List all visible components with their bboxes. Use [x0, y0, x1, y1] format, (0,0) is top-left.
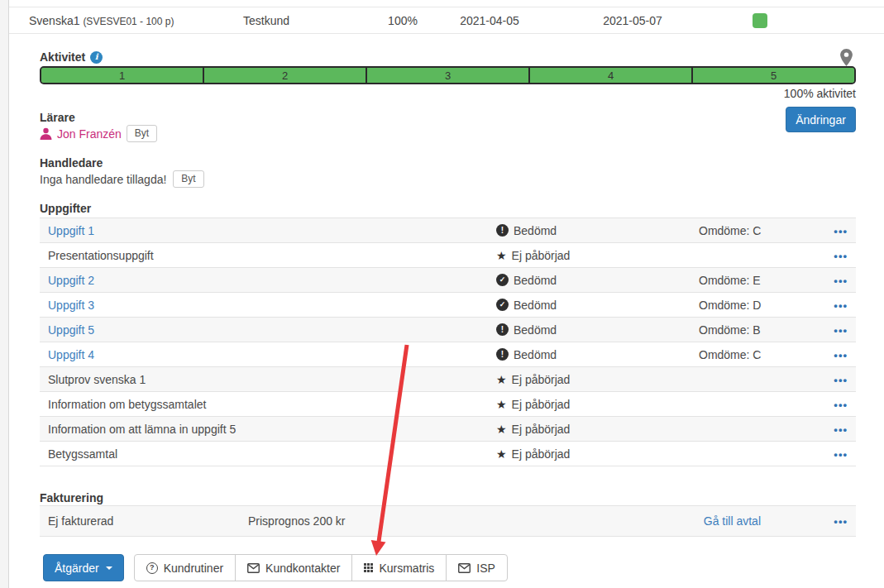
assignment-status: Bedömd [496, 323, 699, 337]
status-icon [496, 224, 509, 237]
course-header-row: Svenska1 (SVESVE01 - 100 p) Testkund 100… [9, 7, 884, 34]
assignment-name: Slutprov svenska 1 [48, 373, 496, 386]
assignment-row: Uppgift 1 Bedömd Omdöme: C [40, 218, 856, 243]
activity-segment: 1 [41, 68, 204, 83]
button-label: ISP [476, 562, 495, 575]
assignment-row: Uppgift 5 Bedömd Omdöme: B [40, 318, 856, 342]
assignment-status: Bedömd [496, 274, 699, 287]
supervisor-row: Inga handledare tillagda! Byt [40, 170, 204, 188]
assignments-table: Uppgift 1 Bedömd Omdöme: C Presentations… [40, 218, 856, 466]
assignment-status: Bedömd [496, 348, 699, 361]
status-icon [496, 348, 509, 361]
ellipsis-menu-icon[interactable] [834, 515, 848, 528]
assignment-row: Uppgift 2 Bedömd Omdöme: E [40, 268, 856, 293]
grade-label: Omdöme: E [699, 274, 819, 287]
status-label: Ej påbörjad [512, 398, 571, 411]
status-icon [496, 398, 507, 411]
go-to-contract-link[interactable]: Gå till avtal [704, 514, 819, 528]
assignment-row: Slutprov svenska 1 Ej påbörjad [40, 367, 856, 392]
billing-status: Ej fakturerad [48, 514, 248, 528]
assignment-row: Information om betygssamtalet Ej påbörja… [40, 392, 856, 417]
page-left-margin [0, 0, 9, 588]
grade-label: Omdöme: C [699, 348, 819, 361]
billing-heading: Fakturering [40, 491, 103, 504]
status-label: Ej påbörjad [512, 447, 571, 461]
assignment-name: Information om att lämna in uppgift 5 [48, 423, 496, 436]
billing-row: Ej fakturerad Prisprognos 200 kr Gå till… [40, 506, 856, 537]
teacher-name-link[interactable]: Jon Franzén [57, 127, 122, 141]
button-icon-slot [146, 562, 158, 574]
activity-label: Aktivitet [40, 50, 85, 64]
button-label: Kundrutiner [164, 562, 223, 575]
question-circle-icon [146, 562, 158, 574]
assignment-row: Presentationsuppgift Ej påbörjad [40, 243, 856, 268]
assignment-name[interactable]: Uppgift 1 [48, 224, 496, 237]
status-label: Ej påbörjad [512, 249, 571, 262]
button-label: Kursmatris [379, 562, 434, 575]
supervisor-empty-text: Inga handledare tillagda! [40, 173, 166, 186]
actions-label: Åtgärder [55, 562, 99, 575]
footer-button-isp[interactable]: ISP [446, 554, 508, 581]
billing-forecast: Prisprognos 200 kr [248, 514, 686, 528]
assignment-name[interactable]: Uppgift 4 [48, 348, 496, 361]
assignment-name: Betygssamtal [48, 447, 496, 461]
teacher-heading: Lärare [40, 111, 75, 124]
ellipsis-menu-icon[interactable] [834, 349, 848, 361]
start-date: 2021-04-05 [460, 14, 519, 27]
grade-label: Omdöme: C [699, 224, 819, 237]
assignment-status: Bedömd [496, 224, 699, 237]
status-label: Bedömd [514, 274, 557, 287]
actions-dropdown-button[interactable]: Åtgärder [43, 554, 124, 581]
ellipsis-menu-icon[interactable] [834, 423, 848, 436]
ellipsis-menu-icon[interactable] [834, 299, 848, 312]
footer-button-kundkontakter[interactable]: Kundkontakter [235, 554, 352, 581]
course-code: (SVESVE01 - 100 p) [83, 16, 174, 27]
grade-label: Omdöme: B [699, 323, 819, 337]
ellipsis-menu-icon[interactable] [834, 399, 848, 411]
assignment-status: Ej påbörjad [496, 373, 699, 386]
envelope-icon [458, 563, 471, 573]
assignment-name[interactable]: Uppgift 5 [48, 323, 496, 337]
button-icon-slot [247, 563, 260, 573]
activity-heading: Aktivitet i [40, 50, 103, 64]
ellipsis-menu-icon[interactable] [834, 225, 848, 237]
status-icon [496, 249, 507, 262]
assignment-status: Ej påbörjad [496, 447, 699, 461]
button-icon-slot [458, 563, 471, 573]
assignment-status: Ej påbörjad [496, 423, 699, 436]
grade-label: Omdöme: D [699, 299, 819, 312]
ellipsis-menu-icon[interactable] [834, 250, 848, 262]
changes-button[interactable]: Ändringar [786, 107, 856, 132]
assignment-status: Ej påbörjad [496, 398, 699, 411]
footer-action-bar: Åtgärder Kundrutiner Kundkontakter Kursm… [43, 554, 508, 581]
customer-name: Testkund [243, 14, 289, 27]
course-name: Svenska1 [29, 14, 79, 27]
status-label: Bedömd [514, 323, 557, 337]
status-label: Bedömd [514, 299, 557, 312]
status-label: Ej påbörjad [512, 423, 571, 436]
assignment-name[interactable]: Uppgift 3 [48, 299, 496, 312]
ellipsis-menu-icon[interactable] [834, 374, 848, 386]
change-teacher-button[interactable]: Byt [127, 125, 157, 142]
caret-down-icon [106, 566, 112, 570]
billing-table: Ej fakturerad Prisprognos 200 kr Gå till… [40, 505, 856, 537]
status-icon [496, 423, 507, 436]
status-label: Bedömd [514, 348, 557, 361]
ellipsis-menu-icon[interactable] [834, 324, 848, 337]
activity-bar: 12345 [40, 66, 856, 84]
status-icon [496, 274, 509, 286]
footer-button-kundrutiner[interactable]: Kundrutiner [134, 554, 236, 581]
ellipsis-menu-icon[interactable] [834, 448, 848, 461]
status-icon [496, 447, 507, 461]
change-supervisor-button[interactable]: Byt [173, 170, 203, 188]
status-label: Bedömd [514, 224, 557, 237]
end-date: 2021-05-07 [603, 14, 662, 27]
assignment-row: Uppgift 4 Bedömd Omdöme: C [40, 342, 856, 367]
ellipsis-menu-icon[interactable] [834, 275, 848, 287]
assignment-name[interactable]: Uppgift 2 [48, 274, 496, 287]
status-icon [496, 299, 509, 311]
teacher-row: Jon Franzén Byt [40, 125, 157, 142]
info-circle-icon[interactable]: i [90, 51, 103, 64]
assignment-name: Information om betygssamtalet [48, 398, 496, 411]
footer-button-kursmatris[interactable]: Kursmatris [351, 554, 447, 581]
